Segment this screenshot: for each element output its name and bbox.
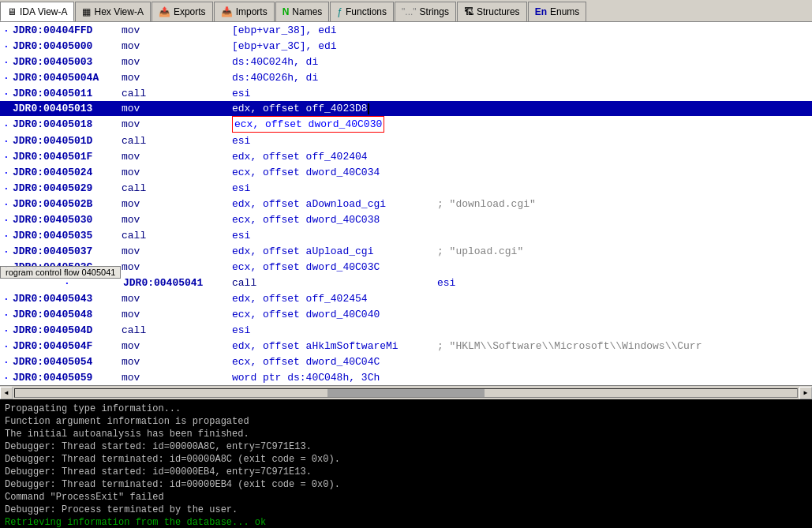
table-row[interactable]: •JDR0:00405024movecx, offset dword_40C03… bbox=[0, 164, 812, 180]
comment-cell bbox=[437, 369, 812, 385]
breakpoint-dot: • bbox=[0, 148, 11, 164]
comment-cell bbox=[437, 212, 812, 227]
scroll-right-btn[interactable]: ▶ bbox=[799, 387, 812, 399]
table-row[interactable]: •JDR0:00405041callesi bbox=[0, 275, 812, 290]
text-cursor bbox=[368, 103, 369, 114]
tab-functions[interactable]: ƒ Functions bbox=[330, 2, 394, 21]
breakpoint-dot: • bbox=[0, 243, 11, 259]
breakpoint-dot: • bbox=[0, 322, 11, 338]
tab-label-exports: Exports bbox=[174, 6, 206, 17]
operands-cell: ecx, offset dword_40C040 bbox=[232, 306, 437, 322]
operands-cell: esi bbox=[232, 322, 437, 338]
operands-cell: esi bbox=[437, 275, 812, 290]
tab-label-hex: Hex View-A bbox=[94, 6, 143, 17]
table-row[interactable]: •JDR0:00405059movword ptr ds:40C048h, 3C… bbox=[0, 369, 812, 385]
comment-cell bbox=[437, 180, 812, 196]
operands-cell: esi bbox=[232, 133, 437, 148]
comment-cell bbox=[437, 306, 812, 322]
tab-names[interactable]: N Names bbox=[275, 2, 330, 21]
operands-cell: word ptr ds:40C048h, 3Ch bbox=[232, 369, 437, 385]
table-row[interactable]: •JDR0:00405000mov[ebp+var_3C], edi bbox=[0, 38, 812, 54]
disasm-area[interactable]: •JDR0:00404FFDmov[ebp+var_38], edi•JDR0:… bbox=[0, 22, 812, 385]
address-cell: JDR0:00404FFD bbox=[11, 22, 122, 38]
log-line: Debugger: Thread terminated: id=00000A8C… bbox=[5, 453, 807, 466]
mnemonic-cell: call bbox=[232, 275, 437, 290]
mnemonic-cell: call bbox=[122, 133, 232, 148]
mnemonic-cell: mov bbox=[122, 243, 232, 259]
scroll-left-btn[interactable]: ◀ bbox=[0, 387, 13, 399]
breakpoint-dot bbox=[0, 101, 11, 116]
tab-strings[interactable]: "..." Strings bbox=[395, 2, 456, 21]
table-row[interactable]: •JDR0:0040504Fmovedx, offset aHklmSoftwa… bbox=[0, 338, 812, 354]
operands-cell: esi bbox=[232, 180, 437, 196]
table-row[interactable]: •JDR0:00405018movecx, offset dword_40C03… bbox=[0, 116, 812, 133]
comment-cell bbox=[437, 69, 812, 85]
tab-imports[interactable]: 📥 Imports bbox=[214, 2, 275, 21]
tab-enums[interactable]: En Enums bbox=[528, 2, 587, 21]
address-cell: JDR0:00405043 bbox=[11, 290, 122, 306]
comment-cell bbox=[437, 227, 812, 243]
table-row[interactable]: •JDR0:00405011callesi bbox=[0, 85, 812, 101]
table-row[interactable]: •JDR0:00405030movecx, offset dword_40C03… bbox=[0, 212, 812, 227]
address-cell: JDR0:0040501D bbox=[11, 133, 122, 148]
mnemonic-cell: mov bbox=[122, 196, 232, 212]
operands-cell: ecx, offset dword_40C03C bbox=[232, 259, 437, 275]
tab-label-names: Names bbox=[292, 6, 322, 17]
table-row[interactable]: •JDR0:0040501Dcallesi bbox=[0, 133, 812, 148]
table-row[interactable]: JDR0:00405013movedx, offset off_4023D8 bbox=[0, 101, 812, 116]
table-row[interactable]: •JDR0:00405003movds:40C024h, di bbox=[0, 54, 812, 69]
table-row[interactable]: •JDR0:0040502Bmovedx, offset aDownload_c… bbox=[0, 196, 812, 212]
comment-cell bbox=[437, 164, 812, 180]
tab-icon-hex: ▦ bbox=[82, 6, 91, 17]
horizontal-scrollbar[interactable]: ◀ ▶ bbox=[0, 385, 812, 399]
operands-cell: ecx, offset dword_40C030 bbox=[232, 116, 437, 133]
breakpoint-dot: • bbox=[0, 290, 11, 306]
address-cell: JDR0:00405030 bbox=[11, 212, 122, 227]
table-row[interactable]: •JDR0:00405029callesi bbox=[0, 180, 812, 196]
table-row[interactable]: •JDR0:00405035callesi bbox=[0, 227, 812, 243]
table-row[interactable]: •JDR0:00405004Amovds:40C026h, di bbox=[0, 69, 812, 85]
table-row[interactable]: •JDR0:00405043movedx, offset off_402454 bbox=[0, 290, 812, 306]
mnemonic-cell: mov bbox=[122, 354, 232, 369]
tab-exports[interactable]: 📤 Exports bbox=[152, 2, 213, 21]
log-line: Debugger: Thread started: id=00000A8C, e… bbox=[5, 440, 807, 453]
table-row[interactable]: •JDR0:0040503Cmovecx, offset dword_40C03… bbox=[0, 259, 812, 275]
tab-ida-view-a[interactable]: 🖥 IDA View-A bbox=[0, 2, 74, 21]
log-line: Command "ProcessExit" failed bbox=[5, 491, 807, 504]
breakpoint-dot: • bbox=[0, 338, 11, 354]
tab-label-enums: Enums bbox=[550, 6, 579, 17]
tab-bar: 🖥 IDA View-A ▦ Hex View-A 📤 Exports 📥 Im… bbox=[0, 0, 812, 22]
tab-icon-functions: ƒ bbox=[337, 6, 342, 17]
address-cell: JDR0:00405024 bbox=[11, 164, 122, 180]
tab-hex-view-a[interactable]: ▦ Hex View-A bbox=[75, 2, 150, 21]
address-cell: JDR0:00405059 bbox=[11, 369, 122, 385]
mnemonic-cell: mov bbox=[122, 259, 232, 275]
table-row[interactable]: •JDR0:00405037movedx, offset aUpload_cgi… bbox=[0, 243, 812, 259]
tab-icon-names: N bbox=[283, 6, 290, 17]
mnemonic-cell: mov bbox=[122, 116, 232, 133]
address-cell: JDR0:00405054 bbox=[11, 354, 122, 369]
breakpoint-dot: • bbox=[0, 306, 11, 322]
tab-label-ida: IDA View-A bbox=[20, 6, 67, 17]
mnemonic-cell: mov bbox=[122, 148, 232, 164]
table-row[interactable]: •JDR0:00405048movecx, offset dword_40C04… bbox=[0, 306, 812, 322]
comment-cell bbox=[437, 22, 812, 38]
comment-cell bbox=[437, 148, 812, 164]
mnemonic-cell: mov bbox=[122, 69, 232, 85]
comment-cell bbox=[437, 38, 812, 54]
tab-label-structures: Structures bbox=[477, 6, 520, 17]
scroll-thumb[interactable] bbox=[327, 389, 484, 397]
tab-structures[interactable]: 🏗 Structures bbox=[457, 2, 527, 21]
comment-cell bbox=[437, 354, 812, 369]
table-row[interactable]: •JDR0:00404FFDmov[ebp+var_38], edi bbox=[0, 22, 812, 38]
operands-cell: ecx, offset dword_40C034 bbox=[232, 164, 437, 180]
operands-cell: [ebp+var_38], edi bbox=[232, 22, 437, 38]
table-row[interactable]: •JDR0:00405054movecx, offset dword_40C04… bbox=[0, 354, 812, 369]
scroll-track[interactable] bbox=[14, 388, 798, 398]
mnemonic-cell: mov bbox=[122, 22, 232, 38]
mnemonic-cell: mov bbox=[122, 338, 232, 354]
log-line: Propagating type information... bbox=[5, 403, 807, 415]
address-cell: JDR0:0040503C bbox=[11, 259, 122, 275]
table-row[interactable]: •JDR0:0040504Dcallesi bbox=[0, 322, 812, 338]
table-row[interactable]: •JDR0:0040501Fmovedx, offset off_402404 bbox=[0, 148, 812, 164]
